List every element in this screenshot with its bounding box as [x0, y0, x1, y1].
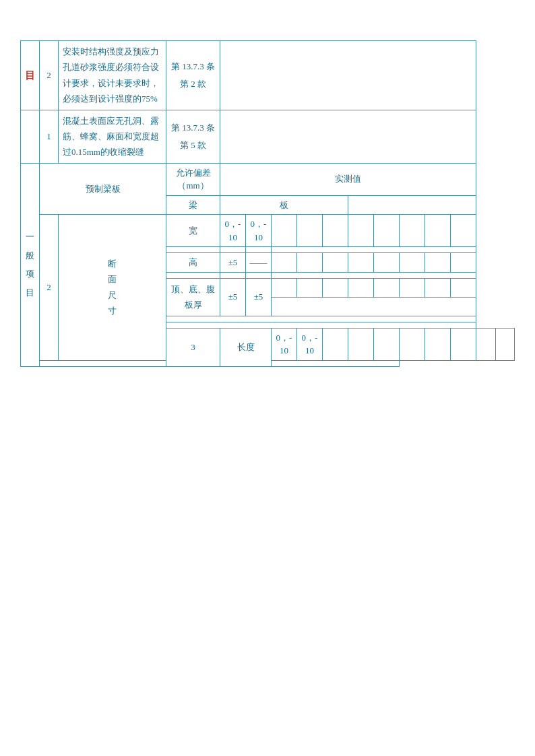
- category-label: 目: [21, 41, 40, 110]
- m1: [323, 328, 348, 360]
- m7: [425, 278, 451, 297]
- m2: [348, 328, 374, 360]
- m7: [476, 328, 495, 360]
- m4: [348, 278, 374, 297]
- m7: [425, 215, 451, 247]
- t2: [272, 297, 476, 316]
- beam-header: 梁: [166, 195, 220, 215]
- m5: [374, 215, 400, 247]
- m7: [425, 253, 451, 273]
- w4: [246, 247, 272, 253]
- hh4: [246, 272, 272, 278]
- m3: [323, 215, 348, 247]
- w2: [166, 247, 220, 253]
- standard-ref: 第 13.7.3 条 第 2 款: [166, 41, 220, 110]
- m1: [272, 253, 297, 273]
- m3: [374, 328, 400, 360]
- m3: [323, 253, 348, 273]
- category-label: [21, 110, 40, 163]
- m6: [400, 253, 425, 273]
- actual-value-header: 实测值: [220, 163, 476, 195]
- measurement-cells: [220, 110, 476, 163]
- standard-ref: 第 13.7.3 条 第 5 款: [166, 110, 220, 163]
- width-beam-val: 0，-10: [220, 215, 246, 247]
- w5: [272, 247, 476, 253]
- length-extra: [40, 360, 400, 366]
- spacer2: [166, 322, 476, 328]
- board-header: 板: [220, 195, 348, 215]
- m6: [400, 278, 425, 297]
- m8: [495, 328, 514, 360]
- item-2-number: 2: [40, 215, 59, 360]
- general-label: 一 般 项 目: [21, 163, 40, 366]
- m5: [425, 328, 451, 360]
- item-content: 安装时结构强度及预应力孔道砂浆强度必须符合设计要求，设计未要求时，必须达到设计强…: [59, 41, 166, 110]
- thickness-board-val: ±5: [246, 278, 272, 316]
- spacer: [166, 316, 476, 322]
- m5: [374, 253, 400, 273]
- m1: [272, 278, 297, 297]
- m8: [451, 253, 476, 273]
- m1: [272, 215, 297, 247]
- item-number: 1: [40, 110, 59, 163]
- height-beam-val: ±5: [220, 253, 246, 273]
- m4: [348, 215, 374, 247]
- m2: [297, 253, 323, 273]
- table-row: 1 混凝土表面应无孔洞、露筋、蜂窝、麻面和宽度超过0.15mm的收缩裂缝 第 1…: [21, 110, 515, 163]
- height-board-val: ——: [246, 253, 272, 273]
- item-number: 2: [40, 41, 59, 110]
- m8: [451, 278, 476, 297]
- thickness-label: 顶、底、腹板厚: [166, 278, 220, 316]
- m3: [323, 278, 348, 297]
- m6: [400, 215, 425, 247]
- hh5: [272, 272, 476, 278]
- hh3: [220, 272, 246, 278]
- length-beam-val: 0，-10: [272, 328, 297, 360]
- length-row2: [21, 360, 515, 366]
- table-row: 目 2 安装时结构强度及预应力孔道砂浆强度必须符合设计要求，设计未要求时，必须达…: [21, 41, 515, 110]
- tolerance-header: 允许偏差 （mm）: [166, 163, 220, 195]
- measurement-header-blank: [348, 195, 476, 215]
- width-board-val: 0，-10: [246, 215, 272, 247]
- w3: [220, 247, 246, 253]
- page-container: 目 2 安装时结构强度及预应力孔道砂浆强度必须符合设计要求，设计未要求时，必须达…: [20, 27, 515, 367]
- m4: [348, 253, 374, 273]
- m8: [451, 215, 476, 247]
- width-label: 宽: [166, 215, 220, 247]
- m6: [451, 328, 476, 360]
- item-content: 混凝土表面应无孔洞、露筋、蜂窝、麻面和宽度超过0.15mm的收缩裂缝: [59, 110, 166, 163]
- measurement-cells: [220, 41, 476, 110]
- dim-width-row: 2 断 面 尺 寸 宽 0，-10 0，-10: [21, 215, 515, 247]
- m2: [297, 278, 323, 297]
- precast-label: 预制梁板: [40, 163, 166, 215]
- m5: [374, 278, 400, 297]
- m2: [297, 215, 323, 247]
- section-dim-label: 断 面 尺 寸: [59, 215, 166, 360]
- height-label: 高: [166, 253, 220, 273]
- m4: [400, 328, 425, 360]
- length-board-val: 0，-10: [297, 328, 323, 360]
- hh2: [166, 272, 220, 278]
- thickness-beam-val: ±5: [220, 278, 246, 316]
- main-table: 目 2 安装时结构强度及预应力孔道砂浆强度必须符合设计要求，设计未要求时，必须达…: [20, 40, 515, 367]
